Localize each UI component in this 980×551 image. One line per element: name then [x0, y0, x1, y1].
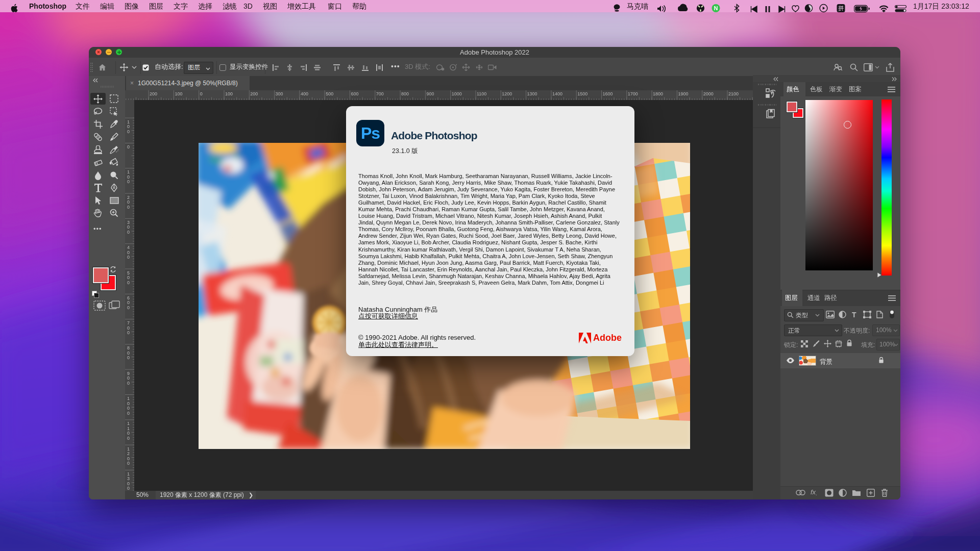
svg-text:0: 0: [127, 280, 130, 285]
svg-text:7: 7: [127, 320, 130, 325]
svg-text:0: 0: [127, 406, 130, 411]
svg-text:9: 9: [127, 371, 130, 376]
svg-text:1600: 1600: [603, 91, 613, 96]
svg-text:0: 0: [127, 174, 130, 180]
svg-text:0: 0: [127, 300, 130, 305]
svg-text:0: 0: [127, 179, 130, 184]
svg-text:600: 600: [351, 91, 359, 96]
svg-text:2: 2: [127, 451, 130, 456]
svg-text:0: 0: [200, 91, 203, 96]
svg-text:1: 1: [127, 471, 130, 477]
svg-text:6: 6: [127, 295, 130, 300]
svg-text:1100: 1100: [477, 91, 486, 96]
svg-text:N: N: [714, 5, 718, 11]
svg-text:0: 0: [127, 205, 130, 210]
svg-text:0: 0: [127, 255, 130, 260]
svg-text:0: 0: [127, 411, 130, 416]
svg-text:3: 3: [127, 476, 130, 481]
svg-text:0: 0: [127, 486, 130, 491]
svg-text:1: 1: [127, 421, 130, 426]
svg-text:1700: 1700: [628, 91, 638, 96]
svg-text:拼: 拼: [838, 5, 844, 11]
svg-text:0: 0: [127, 144, 130, 149]
svg-text:0: 0: [127, 355, 130, 360]
svg-text:4: 4: [127, 245, 130, 250]
svg-text:0: 0: [127, 436, 130, 441]
svg-text:1900: 1900: [678, 91, 688, 96]
svg-text:0: 0: [127, 330, 130, 335]
svg-text:1200: 1200: [502, 91, 512, 96]
svg-text:0: 0: [127, 250, 130, 255]
svg-text:0: 0: [127, 275, 130, 280]
svg-text:1800: 1800: [653, 91, 663, 96]
svg-text:100: 100: [175, 91, 182, 96]
svg-text:0: 0: [127, 375, 130, 381]
svg-text:0: 0: [127, 230, 130, 235]
svg-text:1000: 1000: [452, 91, 462, 96]
svg-text:0: 0: [127, 199, 130, 205]
svg-text:1400: 1400: [552, 91, 562, 96]
svg-text:900: 900: [426, 91, 434, 96]
svg-text:1: 1: [127, 169, 130, 174]
svg-text:2: 2: [127, 195, 130, 200]
svg-text:0: 0: [127, 461, 130, 466]
svg-text:0: 0: [127, 350, 130, 356]
svg-text:1: 1: [127, 396, 130, 401]
svg-text:0: 0: [127, 401, 130, 406]
svg-text:0: 0: [127, 481, 130, 486]
svg-text:0: 0: [127, 305, 130, 310]
svg-text:1300: 1300: [527, 91, 537, 96]
svg-text:800: 800: [401, 91, 409, 96]
svg-text:0: 0: [127, 431, 130, 436]
svg-text:0: 0: [127, 381, 130, 386]
svg-text:400: 400: [301, 91, 308, 96]
svg-text:100: 100: [225, 91, 233, 96]
svg-text:0: 0: [127, 456, 130, 461]
svg-text:1: 1: [127, 446, 130, 452]
svg-text:1: 1: [127, 119, 130, 124]
svg-text:2100: 2100: [728, 91, 739, 96]
svg-text:1500: 1500: [577, 91, 587, 96]
svg-text:0: 0: [127, 124, 130, 129]
svg-text:700: 700: [376, 91, 384, 96]
svg-text:8: 8: [127, 345, 130, 350]
svg-text:0: 0: [127, 325, 130, 331]
svg-text:3: 3: [127, 220, 130, 225]
svg-text:1: 1: [127, 426, 130, 431]
svg-text:300: 300: [276, 91, 283, 96]
svg-text:0: 0: [127, 129, 130, 134]
svg-text:2000: 2000: [703, 91, 714, 96]
svg-text:500: 500: [326, 91, 333, 96]
svg-text:5: 5: [127, 270, 130, 276]
svg-text:200: 200: [150, 91, 157, 96]
svg-text:200: 200: [250, 91, 258, 96]
svg-text:0: 0: [127, 224, 130, 230]
